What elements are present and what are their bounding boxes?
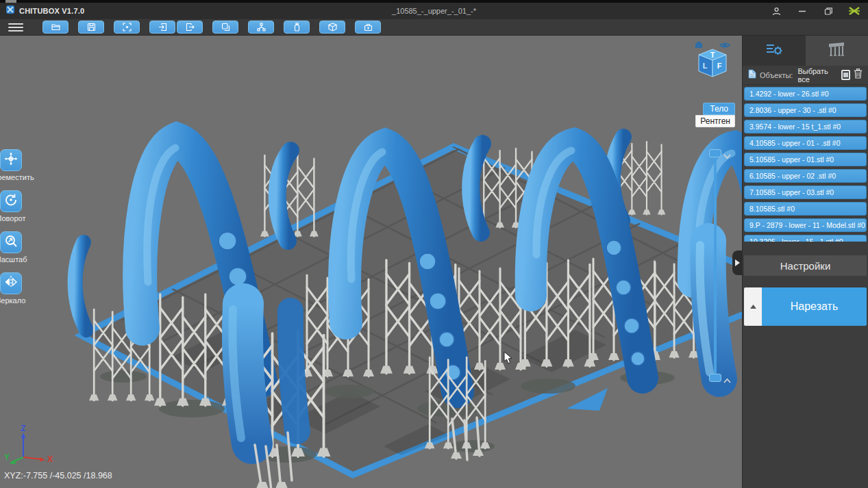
- scale-tool-label: Масштаб: [0, 255, 27, 264]
- chitubox-logo-icon: [5, 5, 15, 17]
- rotate-tool[interactable]: Поворот: [0, 190, 42, 222]
- scale-icon: [4, 234, 18, 251]
- object-list-item[interactable]: 5.10585 - upper - 01.stl #0: [744, 153, 867, 166]
- object-list-item[interactable]: 3.9574 - lower - 15 t_1.stl #0: [744, 120, 867, 133]
- cube-front-label: F: [717, 62, 722, 70]
- close-button[interactable]: [846, 5, 863, 17]
- x-axis-label: X: [47, 454, 53, 464]
- cursor-coordinates: XYZ:-7.755 /-45.025 /18.968: [4, 471, 112, 480]
- cube-top-label: T: [710, 51, 715, 59]
- rotate-tool-label: Поворот: [0, 214, 25, 222]
- play-arrow-icon: [735, 259, 740, 266]
- copy-icon[interactable]: [212, 21, 238, 34]
- menu-icon[interactable]: [8, 23, 23, 31]
- object-list-item[interactable]: 8.10585.stl #0: [744, 202, 867, 216]
- document-title: _10585_-_upper_-_01_-*: [0, 7, 868, 15]
- view-cube[interactable]: T L F: [693, 41, 732, 84]
- chevron-down-icon[interactable]: [723, 150, 732, 162]
- solid-box-icon[interactable]: [319, 21, 345, 34]
- slice-controls: Нарезать: [744, 287, 867, 326]
- triangle-up-icon: [750, 305, 756, 309]
- object-list-item[interactable]: 7.10585 - upper - 03.stl #0: [744, 185, 867, 199]
- object-list-item[interactable]: 1.4292 - lower - 26.stl #0: [744, 87, 867, 101]
- object-list-item[interactable]: 9.P - 2879 - lower - 11 - Model.stl #0: [744, 218, 867, 232]
- home-icon[interactable]: [695, 41, 702, 48]
- y-axis-label: Y: [4, 452, 10, 462]
- body-view-button[interactable]: Тело: [703, 103, 735, 115]
- settings-list-icon: [765, 42, 783, 59]
- toolbox-icon[interactable]: [355, 21, 381, 34]
- titlebar: CHITUBOX V1.7.0 _10585_-_upper_-_01_-*: [0, 3, 868, 19]
- mirror-tool-label: Зеркало: [0, 296, 25, 305]
- axis-gizmo: Z X Y: [3, 424, 58, 471]
- move-tool-label: Переместить: [0, 173, 34, 181]
- slice-expand-button[interactable]: [744, 287, 762, 326]
- settings-button[interactable]: Настройки: [744, 255, 867, 276]
- transform-toolbar: Переместить Поворот Масштаб: [0, 149, 42, 305]
- maximize-restore-button[interactable]: [820, 5, 836, 17]
- xray-view-button[interactable]: Рентген: [695, 115, 735, 127]
- object-list: 1.4292 - lower - 26.stl #02.8036 - upper…: [743, 85, 868, 242]
- save-icon[interactable]: [78, 21, 104, 34]
- 3d-viewport[interactable]: Переместить Поворот Масштаб: [0, 36, 742, 488]
- arrange-icon[interactable]: [248, 21, 274, 34]
- tab-supports[interactable]: [806, 36, 868, 66]
- layer-slider-bottom-handle[interactable]: [709, 374, 721, 382]
- select-all-checkbox[interactable]: [841, 70, 850, 80]
- account-icon[interactable]: [768, 5, 784, 17]
- right-panel: Объекты: Выбрать все 1.4292 - lower - 26…: [742, 36, 868, 488]
- objects-header: Объекты: Выбрать все: [743, 66, 868, 85]
- main-toolbar: [0, 19, 868, 36]
- chevron-up-icon[interactable]: [723, 374, 732, 387]
- cube-left-label: L: [703, 62, 708, 70]
- select-all-label: Выбрать все: [797, 67, 834, 84]
- app-title: CHITUBOX V1.7.0: [19, 7, 84, 15]
- export-icon[interactable]: [177, 21, 203, 34]
- mouse-cursor: [504, 351, 513, 368]
- tab-model-settings[interactable]: [743, 36, 806, 66]
- panel-expand-tab[interactable]: [732, 251, 742, 275]
- capture-icon[interactable]: [114, 21, 140, 34]
- layer-slider-top-handle[interactable]: [709, 149, 721, 157]
- object-list-item[interactable]: 6.10585 - upper - 02 .stl #0: [744, 169, 867, 183]
- rotate-icon: [4, 193, 18, 209]
- trash-icon[interactable]: [854, 68, 863, 81]
- chitubox-window: CHITUBOX V1.7.0 _10585_-_upper_-_01_-*: [0, 0, 868, 488]
- panel-tabs: [743, 36, 868, 66]
- object-list-item[interactable]: 10.3205 - lower - 15 - 1.stl #0: [744, 235, 867, 242]
- document-icon: [748, 69, 756, 81]
- object-list-item[interactable]: 4.10585 - upper - 01 - .stl #0: [744, 136, 867, 150]
- mirror-tool[interactable]: Зеркало: [0, 272, 42, 305]
- move-tool[interactable]: Переместить: [0, 149, 42, 181]
- open-folder-icon[interactable]: [42, 21, 69, 34]
- minimize-button[interactable]: [794, 5, 810, 17]
- object-list-item[interactable]: 2.8036 - upper - 30 - .stl #0: [744, 103, 867, 117]
- objects-label: Объекты:: [760, 71, 793, 79]
- view-mode-toggle: Тело Рентген: [695, 103, 735, 127]
- supports-icon: [827, 41, 846, 60]
- build-scene[interactable]: [0, 36, 742, 488]
- resin-bottle-icon[interactable]: [284, 21, 310, 34]
- scale-tool[interactable]: Масштаб: [0, 231, 42, 264]
- eye-icon[interactable]: [720, 43, 730, 47]
- z-axis-label: Z: [21, 424, 25, 433]
- import-icon[interactable]: [149, 21, 175, 34]
- mirror-icon: [4, 275, 18, 292]
- slice-button[interactable]: Нарезать: [762, 287, 867, 326]
- layer-slider-track[interactable]: [714, 153, 717, 379]
- move-icon: [4, 152, 18, 168]
